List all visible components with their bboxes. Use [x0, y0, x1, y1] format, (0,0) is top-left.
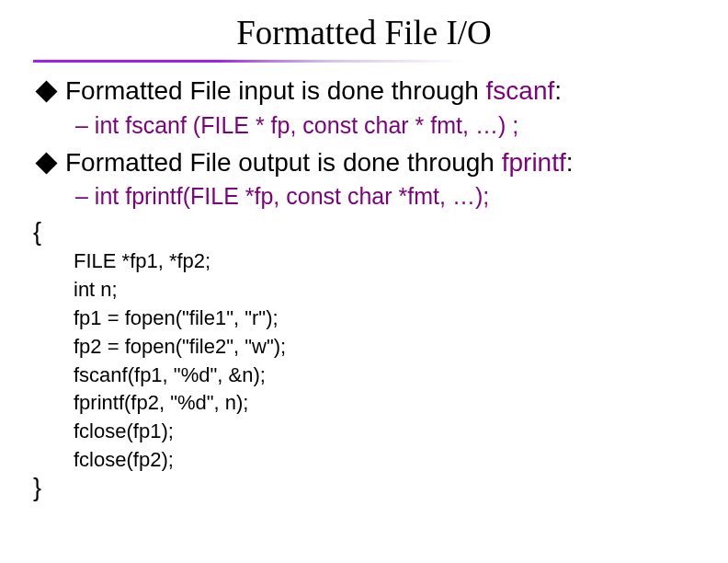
bullet-fscanf-text: Formatted File input is done through fsc…	[65, 75, 695, 107]
bullet-fscanf-prefix: Formatted File input is done through	[65, 76, 486, 105]
fscanf-keyword: fscanf	[486, 76, 555, 105]
code-line: int n;	[74, 276, 695, 304]
fprintf-keyword: fprintf	[502, 148, 566, 177]
code-line: fp2 = fopen("file2", "w");	[74, 333, 695, 362]
code-line: fclose(fp2);	[74, 446, 695, 475]
fscanf-signature: – int fscanf (FILE * fp, const char * fm…	[75, 109, 695, 147]
slide: Formatted File I/O Formatted File input …	[0, 0, 728, 563]
code-line: fscanf(fp1, "%d", &n);	[74, 362, 695, 390]
diamond-bullet-icon	[35, 152, 57, 174]
code-line: FILE *fp1, *fp2;	[74, 247, 695, 276]
brace-close: }	[33, 475, 695, 502]
slide-title: Formatted File I/O	[33, 13, 695, 52]
title-divider	[33, 60, 695, 63]
brace-open: {	[33, 219, 695, 247]
diamond-bullet-icon	[35, 80, 57, 102]
code-example: FILE *fp1, *fp2; int n; fp1 = fopen("fil…	[74, 246, 695, 474]
code-line: fp1 = fopen("file1", "r");	[74, 304, 695, 333]
code-line: fclose(fp1);	[74, 418, 695, 446]
bullet-fprintf: Formatted File output is done through fp…	[35, 147, 695, 180]
code-line: fprintf(fp2, "%d", n);	[74, 389, 695, 418]
bullet-fscanf-suffix: :	[554, 76, 562, 105]
bullet-fprintf-text: Formatted File output is done through fp…	[65, 147, 695, 178]
bullet-fscanf: Formatted File input is done through fsc…	[35, 75, 695, 109]
fprintf-signature: – int fprintf(FILE *fp, const char *fmt,…	[75, 179, 695, 218]
bullet-fprintf-suffix: :	[566, 148, 574, 177]
bullet-fprintf-prefix: Formatted File output is done through	[65, 148, 502, 177]
